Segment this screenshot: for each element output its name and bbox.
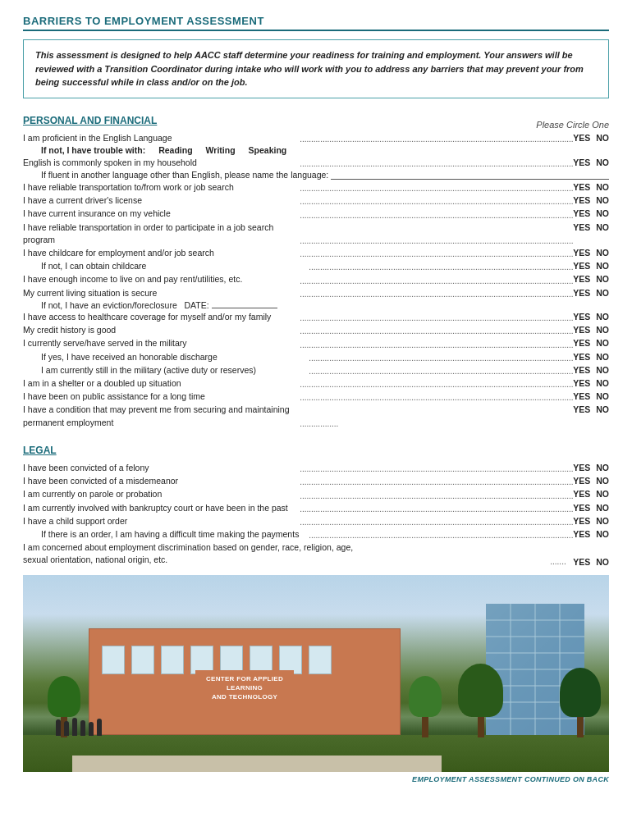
question-row: I am currently on parole or probation ..… [23,488,609,500]
question-text: I currently serve/have served in the mil… [23,337,298,349]
question-row: I have current insurance on my vehicle .… [23,208,609,220]
writing-label: Writing [206,145,236,155]
question-text: I am currently on parole or probation [23,488,298,500]
reading-label: Reading [158,145,192,155]
question-row: If yes, I have received an honorable dis… [23,351,609,363]
language-label: If fluent in another language other than… [41,170,328,180]
question-row: I have been convicted of a felony ......… [23,462,609,474]
date-line [212,308,277,308]
question-text: I am currently still in the military (ac… [41,364,307,377]
question-text: I have access to healthcare coverage for… [23,311,298,323]
question-row: I have a condition that may prevent me f… [23,404,609,428]
yes-no-pair: YES NO [573,158,609,167]
question-text: I have reliable transportation in order … [23,221,298,246]
speaking-label: Speaking [249,145,287,155]
question-row: I have reliable transportation in order … [23,221,609,246]
sidewalk [72,756,442,772]
question-row: If not, I can obtain childcare .........… [23,260,609,272]
question-row: I have access to healthcare coverage for… [23,311,609,323]
question-row: English is commonly spoken in my househo… [23,157,609,169]
page-title: BARRIERS TO EMPLOYMENT ASSESSMENT [23,15,609,31]
yes-label: YES [573,133,590,143]
question-text: I have been convicted of a misdemeanor [23,475,298,487]
question-text: I have a child support order [23,515,298,527]
building-photo: CENTER FOR APPLIED LEARNING AND TECHNOLO… [23,575,609,772]
question-text: I am concerned about employment discrimi… [23,541,548,566]
question-row: I have been on public assistance for a l… [23,390,609,403]
question-row: I currently serve/have served in the mil… [23,337,609,349]
tree [458,664,503,737]
question-row: I have childcare for employment and/or j… [23,247,609,259]
question-row: I have a child support order ...........… [23,515,609,527]
question-row: My credit history is good ..............… [23,324,609,336]
question-text: My current living situation is secure [23,287,298,299]
question-row: My current living situation is secure ..… [23,287,609,299]
brick-building: CENTER FOR APPLIED LEARNING AND TECHNOLO… [89,628,401,735]
question-row: If there is an order, I am having a diff… [23,528,609,541]
section-personal-title: PERSONAL AND FINANCIAL [23,115,157,126]
tree [560,668,601,737]
section-legal: LEGAL I have been convicted of a felony … [23,438,609,567]
language-row: If fluent in another language other than… [23,170,609,180]
question-text: I have reliable transportation to/from w… [23,181,298,194]
question-text: If not, I can obtain childcare [41,260,307,272]
eviction-row: If not, I have an eviction/foreclosure D… [23,300,609,310]
question-text: English is commonly spoken in my househo… [23,157,298,169]
intro-box: This assessment is designed to help AACC… [23,39,609,98]
language-input-line [331,170,609,180]
question-text: I have been on public assistance for a l… [23,390,298,403]
question-text: I have been convicted of a felony [23,462,298,474]
section-legal-title: LEGAL [23,445,57,456]
page: BARRIERS TO EMPLOYMENT ASSESSMENT This a… [0,0,632,840]
question-row: I have enough income to live on and pay … [23,273,609,285]
question-text: My credit history is good [23,324,298,336]
question-row: I have reliable transportation to/from w… [23,181,609,194]
building-sign: CENTER FOR APPLIED LEARNING AND TECHNOLO… [195,670,294,706]
no-label: NO [596,133,609,143]
question-text: I have a current driver's license [23,194,298,207]
please-circle-label: Please Circle One [536,120,609,130]
question-row: I am currently still in the military (ac… [23,364,609,377]
question-text: I have enough income to live on and pay … [23,273,298,285]
question-text: I am proficient in the English Language [23,132,298,144]
question-text: If yes, I have received an honorable dis… [41,351,307,363]
question-text: I am in a shelter or a doubled up situat… [23,377,298,390]
if-not-label: If not, I have trouble with: [41,145,145,155]
building-scene: CENTER FOR APPLIED LEARNING AND TECHNOLO… [23,575,609,772]
question-row: I have a current driver's license ......… [23,194,609,207]
question-row: I am concerned about employment discrimi… [23,541,609,566]
question-text: I have childcare for employment and/or j… [23,247,298,259]
question-row: I have been convicted of a misdemeanor .… [23,475,609,487]
section-personal: PERSONAL AND FINANCIAL Please Circle One… [23,108,609,429]
question-text: I am currently involved with bankruptcy … [23,502,298,514]
reading-writing-row: If not, I have trouble with: Reading Wri… [23,145,609,155]
tree [409,676,442,737]
question-row: I am currently involved with bankruptcy … [23,502,609,514]
question-row: I am proficient in the English Language … [23,132,609,144]
footer-note: EMPLOYMENT ASSESSMENT CONTINUED ON BACK [23,772,609,787]
question-row: I am in a shelter or a doubled up situat… [23,377,609,390]
people-area [56,718,102,736]
yes-no-pair: YES NO [573,133,609,143]
question-text: I have current insurance on my vehicle [23,208,298,220]
eviction-label: If not, I have an eviction/foreclosure D… [41,300,209,310]
question-text: If there is an order, I am having a diff… [41,528,307,541]
intro-text: This assessment is designed to help AACC… [35,48,597,89]
question-text: I have a condition that may prevent me f… [23,404,298,428]
